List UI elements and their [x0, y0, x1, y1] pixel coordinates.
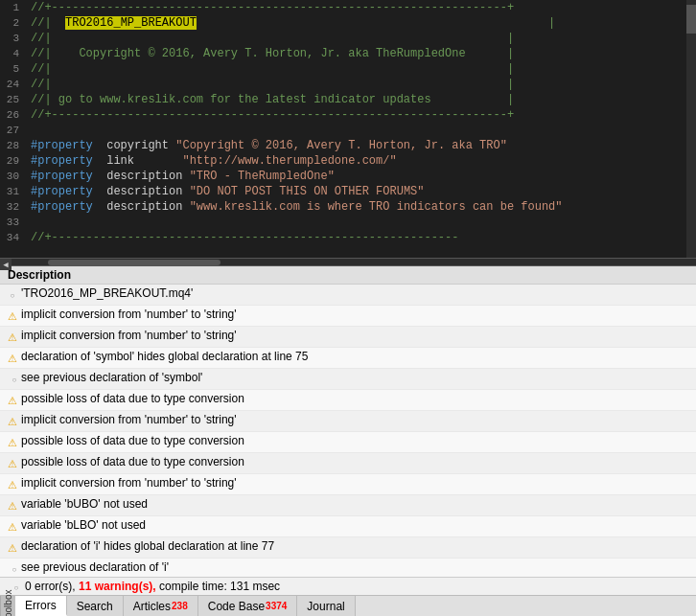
warning-icon: ⚠	[4, 393, 21, 409]
message-text: declaration of 'i' hides global declarat…	[21, 538, 692, 555]
tab-articles-badge: 238	[172, 601, 188, 611]
errors-count: 0 error(s),	[25, 580, 76, 593]
code-line: 31 #property description "DO NOT POST TH…	[0, 184, 696, 199]
warning-icon: ⚠	[4, 477, 21, 493]
message-text: variable 'bLBO' not used	[21, 517, 692, 534]
list-item[interactable]: ⚠ implicit conversion from 'number' to '…	[0, 306, 696, 327]
list-item[interactable]: ○ see previous declaration of 'i'	[0, 559, 696, 577]
list-item[interactable]: ○ see previous declaration of 'symbol'	[0, 369, 696, 390]
warnings-count: 11 warning(s),	[76, 580, 156, 593]
list-item[interactable]: ○ 'TRO2016_MP_BREAKOUT.mq4'	[0, 285, 696, 306]
message-text: variable 'bUBO' not used	[21, 496, 692, 513]
tab-errors-label: Errors	[25, 599, 57, 612]
list-item[interactable]: ⚠ implicit conversion from 'number' to '…	[0, 474, 696, 495]
warning-icon: ⚠	[4, 351, 21, 367]
list-item[interactable]: ⚠ declaration of 'i' hides global declar…	[0, 537, 696, 559]
code-line: 30 #property description "TRO - TheRumpl…	[0, 169, 696, 184]
message-text: possible loss of data due to type conver…	[21, 391, 692, 407]
code-line: 2 //| TRO2016_MP_BREAKOUT |	[0, 15, 696, 31]
list-item[interactable]: ⚠ implicit conversion from 'number' to '…	[0, 327, 696, 348]
warning-icon: ⚠	[4, 308, 21, 325]
code-editor: 1 //+-----------------------------------…	[0, 0, 696, 259]
tab-articles-label: Articles	[133, 600, 171, 613]
warning-icon: ⚠	[4, 330, 21, 346]
warning-icon: ⚠	[4, 414, 21, 430]
code-line: 5 //| |	[0, 61, 696, 77]
list-item[interactable]: ⚠ possible loss of data due to type conv…	[0, 432, 696, 453]
tab-codebase-badge: 3374	[266, 601, 287, 611]
info-icon: ○	[4, 287, 21, 304]
warning-icon: ⚠	[4, 540, 21, 557]
panel-header: Description	[0, 266, 696, 285]
tab-errors[interactable]: Errors	[15, 596, 67, 616]
code-line: 25 //| go to www.kreslik.com for the lat…	[0, 92, 696, 107]
message-text: see previous declaration of 'symbol'	[21, 370, 692, 386]
code-scroll-thumb[interactable]	[686, 5, 696, 34]
tab-codebase[interactable]: Code Base3374	[198, 596, 298, 616]
code-line: 3 //| |	[0, 31, 696, 46]
message-text: implicit conversion from 'number' to 'st…	[21, 412, 692, 428]
message-text: 'TRO2016_MP_BREAKOUT.mq4'	[21, 285, 692, 302]
tab-journal[interactable]: Journal	[297, 596, 355, 616]
code-line: 4 //| Copyright © 2016, Avery T. Horton,…	[0, 46, 696, 61]
warning-icon: ⚠	[4, 498, 21, 514]
info-icon: ○	[4, 561, 21, 577]
code-line: 32 #property description "www.kreslik.co…	[0, 199, 696, 215]
panel-content[interactable]: ○ 'TRO2016_MP_BREAKOUT.mq4' ⚠ implicit c…	[0, 285, 696, 577]
code-line: 34 //+----------------------------------…	[0, 230, 696, 245]
code-line: 27	[0, 123, 696, 138]
horizontal-scrollbar[interactable]: ◀	[0, 259, 696, 266]
info-icon: ○	[4, 372, 21, 388]
message-text: see previous declaration of 'i'	[21, 559, 692, 576]
message-text: possible loss of data due to type conver…	[21, 433, 692, 449]
message-text: possible loss of data due to type conver…	[21, 454, 692, 470]
message-text: implicit conversion from 'number' to 'st…	[21, 475, 692, 491]
code-scrollbar[interactable]	[686, 0, 696, 258]
collapse-button[interactable]: ◀	[0, 259, 12, 270]
message-text: implicit conversion from 'number' to 'st…	[21, 307, 692, 323]
list-item[interactable]: ⚠ variable 'bUBO' not used	[0, 495, 696, 516]
code-line: 29 #property link "http://www.therumpled…	[0, 153, 696, 169]
list-item[interactable]: ⚠ variable 'bLBO' not used	[0, 516, 696, 537]
code-line: 33	[0, 215, 696, 230]
tab-bar: Toolbox Errors Search Articles238 Code B…	[0, 595, 696, 616]
highlight-text: TRO2016_MP_BREAKOUT	[65, 16, 197, 30]
code-line: 24 //| |	[0, 77, 696, 92]
status-bar: ○ 0 error(s), 11 warning(s), compile tim…	[0, 577, 696, 595]
message-text: implicit conversion from 'number' to 'st…	[21, 328, 692, 344]
list-item[interactable]: ⚠ declaration of 'symbol' hides global d…	[0, 348, 696, 369]
toolbox-label: Toolbox	[0, 596, 15, 616]
panel-title: Description	[8, 268, 71, 282]
code-lines: 1 //+-----------------------------------…	[0, 0, 696, 245]
list-item[interactable]: ⚠ possible loss of data due to type conv…	[0, 453, 696, 474]
tab-articles[interactable]: Articles238	[124, 596, 198, 616]
tab-journal-label: Journal	[307, 600, 344, 613]
tab-search[interactable]: Search	[67, 596, 124, 616]
tab-codebase-label: Code Base	[208, 600, 265, 613]
message-text: declaration of 'symbol' hides global dec…	[21, 349, 692, 365]
compile-time: compile time: 131 msec	[156, 580, 280, 593]
code-line: 26 //+----------------------------------…	[0, 107, 696, 123]
list-item[interactable]: ⚠ implicit conversion from 'number' to '…	[0, 411, 696, 432]
code-line: 28 #property copyright "Copyright © 2016…	[0, 138, 696, 153]
scroll-thumb[interactable]	[48, 260, 220, 265]
code-line: 1 //+-----------------------------------…	[0, 0, 696, 15]
warning-icon: ⚠	[4, 435, 21, 451]
tab-search-label: Search	[77, 600, 113, 613]
list-item[interactable]: ⚠ possible loss of data due to type conv…	[0, 390, 696, 411]
bottom-panel: Description ○ 'TRO2016_MP_BREAKOUT.mq4' …	[0, 266, 696, 616]
warning-icon: ⚠	[4, 519, 21, 536]
warning-icon: ⚠	[4, 456, 21, 472]
